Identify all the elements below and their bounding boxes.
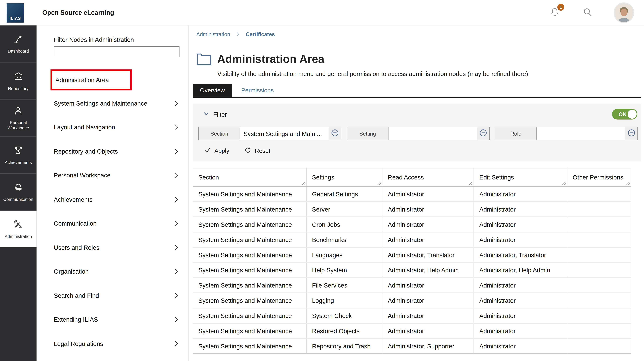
tree-list: Administration AreaSystem Settings and M… (54, 68, 188, 356)
table-row: System Settings and MaintenanceLanguages… (193, 247, 631, 262)
filter-field-setting: Setting (346, 127, 490, 140)
column-resize-icon[interactable] (561, 180, 566, 184)
column-header-section[interactable]: Section (193, 168, 306, 186)
filter-on-toggle[interactable]: ON (612, 109, 638, 120)
sidebar-item-communication[interactable]: Communication (0, 173, 36, 210)
chevron-right-icon[interactable] (173, 172, 180, 178)
remove-filter-button[interactable] (477, 127, 489, 140)
column-resize-icon[interactable] (468, 180, 472, 184)
sidebar-item-achievements[interactable]: Achievements (0, 136, 36, 174)
column-resize-icon[interactable] (300, 180, 305, 184)
table-cell: System Settings and Maintenance (193, 323, 306, 338)
breadcrumb-link-certificates[interactable]: Certificates (246, 31, 275, 37)
column-header-other-permissions[interactable]: Other Permissions (567, 168, 631, 186)
reset-button[interactable]: Reset (245, 147, 270, 154)
tree-item-organisation[interactable]: Organisation (54, 260, 188, 284)
column-header-settings[interactable]: Settings (306, 168, 382, 186)
table-cell (567, 308, 631, 324)
tab-overview[interactable]: Overview (193, 84, 232, 97)
apply-button-label: Apply (214, 148, 229, 154)
chevron-right-icon[interactable] (173, 100, 180, 106)
notification-badge[interactable]: 1 (557, 4, 564, 10)
table-row: System Settings and MaintenanceServerAdm… (193, 202, 631, 217)
filter-field-input-section[interactable] (240, 127, 328, 140)
tree-item-personal-workspace[interactable]: Personal Workspace (54, 163, 188, 187)
chevron-right-icon[interactable] (173, 196, 180, 202)
tree-item-layout-and-navigation[interactable]: Layout and Navigation (54, 115, 188, 139)
table-cell: System Settings and Maintenance (193, 247, 306, 262)
tree-filter-label: Filter Nodes in Administration (54, 36, 188, 43)
table-cell: Administrator (474, 186, 567, 202)
ilias-logo[interactable]: ILIAS (6, 3, 24, 22)
column-resize-icon[interactable] (625, 180, 630, 184)
tree-item-legal-regulations[interactable]: Legal Regulations (54, 332, 188, 356)
column-header-label: Settings (312, 174, 334, 181)
tree-item-extending-ilias[interactable]: Extending ILIAS (54, 308, 188, 332)
tree-item-label: Administration Area (56, 76, 109, 83)
tree-item-achievements[interactable]: Achievements (54, 188, 188, 212)
tree-item-administration-area[interactable]: Administration Area (54, 68, 188, 91)
table-row: System Settings and MaintenanceCron Jobs… (193, 217, 631, 232)
toggle-knob (628, 110, 637, 119)
table-cell (567, 232, 631, 247)
tree-item-repository-and-objects[interactable]: Repository and Objects (54, 139, 188, 163)
page-head: Administration Area Visibility of the ad… (193, 53, 641, 77)
sidebar-item-dashboard[interactable]: Dashboard (0, 26, 36, 62)
table-cell: Help System (306, 262, 382, 278)
column-header-label: Other Permissions (572, 174, 623, 181)
chevron-right-icon[interactable] (173, 220, 180, 226)
chevron-right-icon[interactable] (173, 148, 180, 154)
tab-permissions[interactable]: Permissions (232, 84, 283, 97)
minus-circle-icon (479, 129, 487, 138)
tree-item-label: Organisation (54, 268, 89, 275)
breadcrumb-link-administration[interactable]: Administration (196, 31, 230, 37)
sidebar-item-administration[interactable]: Administration (0, 210, 36, 248)
table-cell (567, 323, 631, 338)
column-header-edit-settings[interactable]: Edit Settings (474, 168, 567, 186)
chevron-right-icon[interactable] (173, 268, 180, 274)
tree-filter-input[interactable] (54, 46, 180, 57)
remove-filter-button[interactable] (328, 127, 341, 140)
tree-item-communication[interactable]: Communication (54, 212, 188, 236)
table-header-row: SectionSettingsRead AccessEdit SettingsO… (193, 168, 631, 186)
user-avatar[interactable] (614, 3, 633, 22)
chevron-right-icon[interactable] (173, 244, 180, 250)
table-cell: Administrator (382, 217, 474, 232)
column-resize-icon[interactable] (376, 180, 381, 184)
table-cell: Administrator (382, 202, 474, 217)
search-button[interactable] (582, 7, 593, 18)
apply-button[interactable]: Apply (204, 147, 229, 154)
notifications-button[interactable]: 1 (549, 7, 560, 18)
sidebar-item-repository[interactable]: Repository (0, 62, 36, 100)
chevron-down-icon (203, 111, 209, 118)
filter-panel-label: Filter (213, 111, 227, 118)
filter-field-input-setting[interactable] (388, 127, 477, 140)
ilias-logo-text: ILIAS (10, 16, 21, 20)
sidebar-item-personal-workspace[interactable]: Personal Workspace (0, 100, 36, 136)
personal-workspace-icon (13, 106, 24, 117)
tree-item-label: Search and Find (54, 292, 99, 299)
tree-item-users-and-roles[interactable]: Users and Roles (54, 236, 188, 260)
filter-field-input-role[interactable] (537, 127, 625, 140)
tree-item-system-settings-and-maintenance[interactable]: System Settings and Maintenance (54, 91, 188, 115)
table-row: System Settings and MaintenanceRepositor… (193, 338, 631, 354)
column-header-read-access[interactable]: Read Access (382, 168, 474, 186)
filter-field-label: Role (495, 127, 537, 140)
table-cell: Administrator (382, 308, 474, 324)
table-cell: System Settings and Maintenance (193, 232, 306, 247)
table-cell: Repository and Trash (306, 338, 382, 354)
table-cell (567, 338, 631, 354)
filter-collapse-toggle[interactable]: Filter (198, 111, 227, 118)
table-cell: File Services (306, 278, 382, 293)
chevron-right-icon[interactable] (173, 316, 180, 322)
table-cell: Administrator, Help Admin (474, 262, 567, 278)
remove-filter-button[interactable] (625, 127, 638, 140)
folder-icon (196, 53, 212, 66)
chevron-right-icon[interactable] (173, 340, 180, 347)
table-cell (567, 278, 631, 293)
chevron-right-icon[interactable] (173, 292, 180, 298)
chevron-right-icon[interactable] (173, 124, 180, 130)
tree-item-search-and-find[interactable]: Search and Find (54, 284, 188, 308)
main-layout: DashboardRepositoryPersonal WorkspaceAch… (0, 26, 644, 361)
sidebar-item-label: Communication (3, 196, 33, 202)
